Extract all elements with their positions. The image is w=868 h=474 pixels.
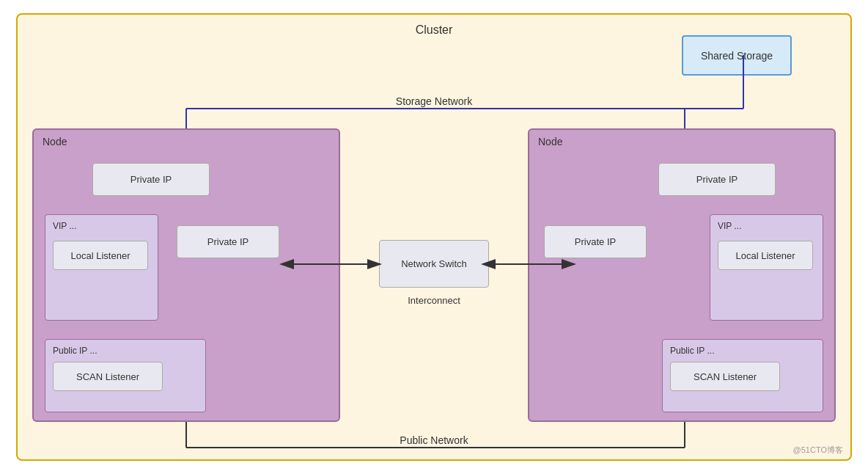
left-scan-listener: SCAN Listener — [53, 362, 163, 391]
right-public-label: Public IP ... — [670, 346, 714, 356]
right-private-ip-top: Private IP — [658, 163, 776, 196]
node-right: Node Private IP VIP ... Local Listener P… — [528, 128, 836, 422]
node-right-label: Node — [538, 136, 562, 147]
left-vip-label: VIP ... — [53, 221, 76, 231]
right-public-area: Public IP ... SCAN Listener — [662, 339, 823, 412]
diagram-container: Cluster Shared Storage Storage Network N… — [16, 13, 852, 461]
public-network-label: Public Network — [400, 434, 468, 446]
right-scan-listener: SCAN Listener — [670, 362, 780, 391]
shared-storage-box: Shared Storage — [682, 35, 792, 76]
left-private-ip-top: Private IP — [92, 163, 210, 196]
left-private-ip-mid: Private IP — [177, 225, 279, 258]
network-switch: Network Switch — [379, 240, 489, 288]
cluster-label: Cluster — [416, 23, 453, 37]
node-left-label: Node — [43, 136, 67, 147]
watermark: @51CTO博客 — [793, 445, 843, 456]
right-local-listener: Local Listener — [718, 241, 813, 270]
interconnect-label: Interconnect — [408, 295, 460, 306]
left-local-listener: Local Listener — [53, 241, 148, 270]
right-private-ip-mid: Private IP — [544, 225, 647, 258]
shared-storage-label: Shared Storage — [701, 50, 773, 62]
left-vip-area: VIP ... Local Listener — [45, 214, 158, 321]
node-left: Node Private IP VIP ... Local Listener P… — [32, 128, 340, 422]
right-vip-label: VIP ... — [718, 221, 741, 231]
left-public-label: Public IP ... — [53, 346, 97, 356]
left-public-area: Public IP ... SCAN Listener — [45, 339, 206, 412]
storage-network-label: Storage Network — [396, 95, 472, 107]
right-vip-area: VIP ... Local Listener — [710, 214, 823, 321]
